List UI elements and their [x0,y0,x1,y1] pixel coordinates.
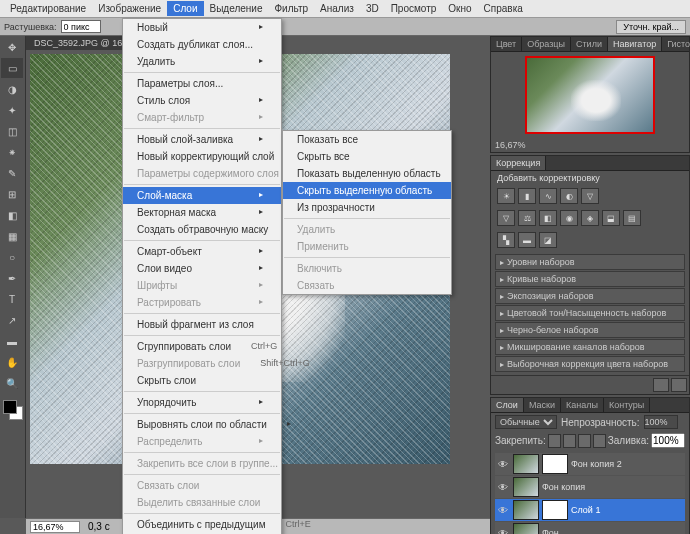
wand-tool[interactable]: ✦ [1,100,23,120]
menu-item[interactable]: Создать обтравочную маскуAlt+Ctrl+G [123,221,281,238]
preset-item[interactable]: Выборочная коррекция цвета наборов [495,356,685,372]
layer-thumb[interactable] [513,454,539,474]
tab-0[interactable]: Цвет [491,37,522,51]
eyedropper-tool[interactable]: ⁕ [1,142,23,162]
layer-row[interactable]: 👁Фон [495,522,685,534]
menu-редактирование[interactable]: Редактирование [4,1,92,16]
curves-icon[interactable]: ∿ [539,188,557,204]
layer-row[interactable]: 👁Слой 1 [495,499,685,521]
layer-thumb[interactable] [513,523,539,534]
crop-tool[interactable]: ◫ [1,121,23,141]
color-swatches[interactable] [0,397,25,421]
levels-icon[interactable]: ▮ [518,188,536,204]
zoom-tool[interactable]: 🔍 [1,373,23,393]
hand-tool[interactable]: ✋ [1,352,23,372]
brightness-icon[interactable]: ☀ [497,188,515,204]
layer-name[interactable]: Слой 1 [571,505,684,515]
gradientmap-icon[interactable]: ▬ [518,232,536,248]
opacity-input[interactable] [644,415,678,429]
blur-tool[interactable]: ○ [1,247,23,267]
menu-item[interactable]: Скрыть все [283,148,451,165]
gradient-tool[interactable]: ▦ [1,226,23,246]
layertab-3[interactable]: Контуры [604,398,650,412]
photofilter-icon[interactable]: ◉ [560,210,578,226]
menu-item[interactable]: Новый слой-заливка [123,131,281,148]
preset-item[interactable]: Цветовой тон/Насыщенность наборов [495,305,685,321]
preset-item[interactable]: Микширование каналов наборов [495,339,685,355]
layertab-2[interactable]: Каналы [561,398,604,412]
tab-1[interactable]: Образцы [522,37,571,51]
layer-row[interactable]: 👁Фон копия [495,476,685,498]
menu-item[interactable]: Слой-маска [123,187,281,204]
layertab-0[interactable]: Слои [491,398,524,412]
preset-item[interactable]: Экспозиция наборов [495,288,685,304]
colorbalance-icon[interactable]: ⚖ [518,210,536,226]
lasso-tool[interactable]: ◑ [1,79,23,99]
tab-adjustments[interactable]: Коррекция [491,156,546,170]
menu-просмотр[interactable]: Просмотр [385,1,443,16]
layer-thumb[interactable] [513,500,539,520]
lock-transparency-icon[interactable] [548,434,561,448]
adjustments-prev-icon[interactable] [653,378,669,392]
bw-icon[interactable]: ◧ [539,210,557,226]
lock-all-icon[interactable] [593,434,606,448]
menu-item[interactable]: Слои видео [123,260,281,277]
mask-thumb[interactable] [542,500,568,520]
menu-item[interactable]: Сгруппировать слоиCtrl+G [123,338,281,355]
preset-item[interactable]: Кривые наборов [495,271,685,287]
vibrance-icon[interactable]: ▽ [581,188,599,204]
lock-pixels-icon[interactable] [563,434,576,448]
adjustments-trash-icon[interactable] [671,378,687,392]
menu-item[interactable]: Из прозрачности [283,199,451,216]
mask-thumb[interactable] [542,454,568,474]
layer-row[interactable]: 👁Фон копия 2 [495,453,685,475]
menu-item[interactable]: Векторная маска [123,204,281,221]
menu-item[interactable]: Параметры слоя... [123,75,281,92]
layer-name[interactable]: Фон копия 2 [571,459,684,469]
refine-edge-button[interactable]: Уточн. край... [616,20,686,34]
preset-item[interactable]: Черно-белое наборов [495,322,685,338]
brush-tool[interactable]: ✎ [1,163,23,183]
menu-item[interactable]: Создать дубликат слоя... [123,36,281,53]
menu-слои[interactable]: Слои [167,1,203,16]
menu-item[interactable]: Новый корректирующий слой [123,148,281,165]
shape-tool[interactable]: ▬ [1,331,23,351]
menu-справка[interactable]: Справка [478,1,529,16]
stamp-tool[interactable]: ⊞ [1,184,23,204]
pen-tool[interactable]: ✒ [1,268,23,288]
eraser-tool[interactable]: ◧ [1,205,23,225]
feather-input[interactable] [61,20,101,33]
navigator-preview[interactable] [525,56,655,134]
visibility-icon[interactable]: 👁 [496,459,510,470]
preset-item[interactable]: Уровни наборов [495,254,685,270]
blend-mode-select[interactable]: Обычные [495,415,557,429]
menu-item[interactable]: Смарт-объект [123,243,281,260]
visibility-icon[interactable]: 👁 [496,505,510,516]
menu-item[interactable]: Объединить с предыдущимCtrl+E [123,516,281,533]
posterize-icon[interactable]: ▤ [623,210,641,226]
tab-3[interactable]: Навигатор [608,37,662,51]
menu-item[interactable]: Скрыть слои [123,372,281,389]
path-tool[interactable]: ↗ [1,310,23,330]
invert-icon[interactable]: ⬓ [602,210,620,226]
marquee-tool[interactable]: ▭ [1,58,23,78]
visibility-icon[interactable]: 👁 [496,482,510,493]
fill-input[interactable] [651,433,685,448]
menu-изображение[interactable]: Изображение [92,1,167,16]
selectivecolor-icon[interactable]: ◪ [539,232,557,248]
menu-item[interactable]: Выровнять слои по области [123,416,281,433]
threshold-icon[interactable]: ▚ [497,232,515,248]
menu-3d[interactable]: 3D [360,1,385,16]
type-tool[interactable]: T [1,289,23,309]
tab-2[interactable]: Стили [571,37,608,51]
menu-фильтр[interactable]: Фильтр [269,1,315,16]
visibility-icon[interactable]: 👁 [496,528,510,535]
menu-выделение[interactable]: Выделение [204,1,269,16]
layertab-1[interactable]: Маски [524,398,561,412]
tab-4[interactable]: Гистограмма [662,37,690,51]
menu-item[interactable]: Новый фрагмент из слоя [123,316,281,333]
move-tool[interactable]: ✥ [1,37,23,57]
layer-name[interactable]: Фон копия [542,482,684,492]
menu-item[interactable]: Скрыть выделенную область [283,182,451,199]
menu-item[interactable]: Новый [123,19,281,36]
